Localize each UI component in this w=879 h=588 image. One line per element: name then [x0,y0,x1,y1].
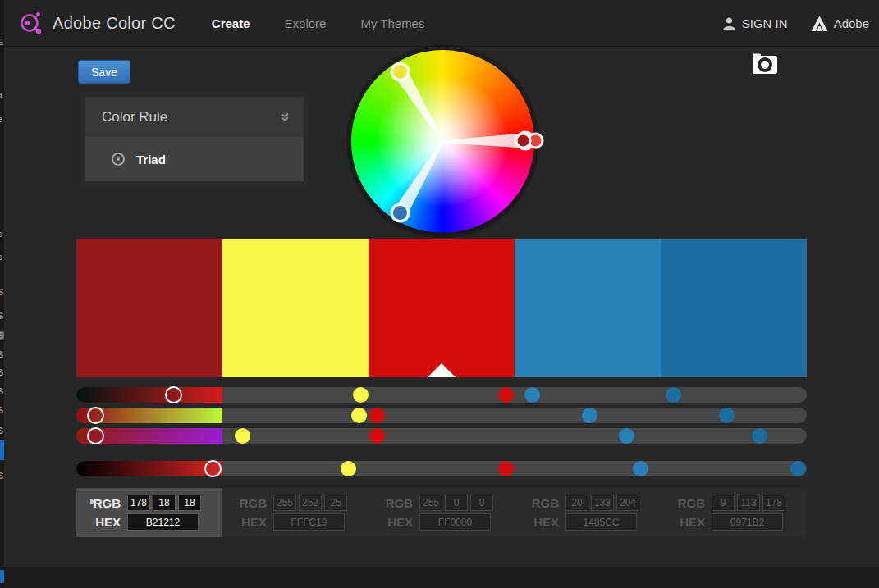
wheel-marker-active-darkred[interactable] [516,134,530,148]
swatch-row [76,239,807,377]
wheel-marker-yellow[interactable] [393,65,407,79]
slider-dot-darkblue[interactable] [752,428,767,444]
base-color-indicator [428,363,456,377]
value-column-red: RGB 255 0 0 HEX FF0000 [369,488,515,537]
adobe-color-app: EaeiiiissSSSSSSSSS Adobe Color CC Create… [0,0,879,588]
hex-value-input[interactable]: FFFC19 [273,513,345,531]
color-wheel-markers [335,34,553,249]
hex-label: HEX [661,515,712,529]
edge-text-fragment: s [0,253,2,262]
hex-label: HEX [222,515,273,529]
slider-dot-red[interactable] [369,408,385,423]
hex-value-input[interactable]: 1485CC [565,513,637,531]
edge-text-fragment: S [0,387,3,396]
rgb-label: RGB [369,496,419,510]
r-value-input[interactable]: 9 [712,495,735,511]
swatch-red-base[interactable] [369,239,515,377]
g-value-input[interactable]: 0 [445,495,468,511]
slider-dot-red[interactable] [498,387,514,403]
slider-dot-blue[interactable] [633,461,648,476]
rgb-label: RGB [222,496,273,510]
slider-dot-yellow[interactable] [353,387,369,403]
swatch-dark-blue[interactable] [661,239,807,377]
slider-red-channel[interactable] [76,387,807,403]
slider-dot-yellow[interactable] [235,428,250,444]
edge-text-fragment: S [0,331,4,340]
b-value-input[interactable]: 0 [470,495,493,511]
rgb-label: RGB [515,496,565,510]
value-column-yellow: RGB 255 252 25 HEX FFFC19 [222,488,369,537]
slider-blue-channel[interactable] [76,428,807,444]
value-column-blue: RGB 20 133 204 HEX 1485CC [515,488,661,537]
g-value-input[interactable]: 252 [299,495,322,511]
rgb-label: RGB [661,496,712,510]
edge-text-fragment: S [0,350,3,359]
rgb-label: RGB [76,496,127,510]
slider-dot-yellow[interactable] [351,408,367,423]
slider-green-channel[interactable] [76,408,807,423]
r-value-input[interactable]: 255 [419,495,442,511]
slider-dot-blue[interactable] [619,428,634,444]
edge-text-fragment: E [0,38,3,47]
hex-value-input[interactable]: 0971B2 [712,513,783,531]
browser-edge-strip: EaeiiiissSSSSSSSSS [0,0,4,588]
r-value-input[interactable]: 20 [565,495,588,511]
hex-label: HEX [369,515,419,529]
slider-brightness[interactable] [76,461,807,476]
edge-text-fragment: S [0,426,3,435]
slider-ring-handle[interactable] [204,460,222,477]
slider-dot-blue[interactable] [582,408,597,423]
swatch-yellow[interactable] [222,239,369,377]
slider-ring-handle[interactable] [87,407,104,424]
b-value-input[interactable]: 25 [324,495,347,511]
g-value-input[interactable]: 113 [737,495,760,511]
r-value-input[interactable]: 178 [127,495,150,511]
slider-dot-red[interactable] [498,461,514,476]
edge-text-fragment: s [0,230,2,239]
slider-dot-darkblue[interactable] [719,408,735,423]
g-value-input[interactable]: 133 [591,495,614,511]
slider-dot-darkblue[interactable] [666,387,681,403]
b-value-input[interactable]: 204 [616,495,639,511]
value-column-dark-red: ▶ RGB 178 18 18 HEX B21212 [76,488,222,537]
hex-value-input[interactable]: FF0000 [419,513,491,531]
slider-dot-darkblue[interactable] [790,461,806,476]
swatch-dark-red[interactable] [76,239,222,377]
slider-dot-red[interactable] [369,428,385,444]
edge-text-fragment: S [0,368,3,377]
b-value-input[interactable]: 178 [762,495,785,511]
edge-bookmark-icon [0,440,4,460]
slider-ring-handle[interactable] [87,427,104,444]
color-values-panel: ▶ RGB 178 18 18 HEX B21212 RGB 255 252 2… [76,488,807,537]
edge-text-fragment: S [0,406,3,415]
slider-dot-yellow[interactable] [341,461,356,476]
hex-label: HEX [76,515,127,529]
edge-text-fragment: a [0,90,2,99]
edge-text-fragment: e [0,115,2,124]
slider-gradient [76,461,222,476]
g-value-input[interactable]: 18 [153,495,176,511]
edge-text-fragment: S [0,288,3,297]
slider-dot-blue[interactable] [524,387,540,403]
swatch-blue[interactable] [515,239,661,377]
b-value-input[interactable]: 18 [178,495,201,511]
wheel-spoke [443,134,524,148]
slider-gradient [76,387,222,403]
page-bottom-strip [0,567,879,588]
edge-text-fragment: S [0,312,3,321]
r-value-input[interactable]: 255 [273,495,296,511]
value-column-dark-blue: RGB 9 113 178 HEX 0971B2 [661,488,807,537]
edge-text-fragment: S [0,472,3,481]
wheel-marker-blue[interactable] [393,206,407,220]
slider-ring-handle[interactable] [165,386,182,403]
hex-value-input[interactable]: B21212 [127,513,199,531]
hex-label: HEX [515,515,565,529]
edge-bookmark-icon [0,570,4,583]
